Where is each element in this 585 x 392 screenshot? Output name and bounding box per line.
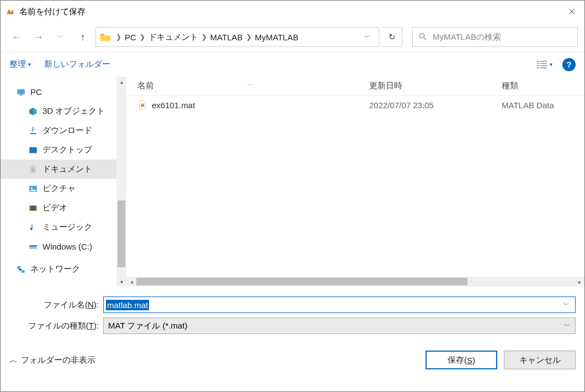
svg-point-0 xyxy=(420,33,424,38)
sort-asc-icon: ︿ xyxy=(248,80,253,88)
breadcrumb-mymatlab[interactable]: MyMATLAB xyxy=(253,33,301,42)
svg-rect-9 xyxy=(29,205,30,210)
tree-pc[interactable]: PC xyxy=(1,82,116,102)
svg-rect-10 xyxy=(36,205,37,210)
file-row[interactable]: ex6101.mat 2022/07/07 23:05 MATLAB Data xyxy=(126,96,584,114)
desktop-icon xyxy=(28,145,38,155)
chevron-up-icon: ︿ xyxy=(9,355,18,365)
address-bar[interactable]: ❯ PC ❯ ドキュメント ❯ MATLAB ❯ MyMATLAB ﹀ xyxy=(95,27,379,47)
cube-icon xyxy=(28,107,38,116)
filetype-dropdown-icon[interactable]: ﹀ xyxy=(564,321,571,331)
breadcrumb-sep: ❯ xyxy=(115,33,123,41)
window-title: 名前を付けて保存 xyxy=(19,7,559,17)
column-headers[interactable]: 名前 ︿ 更新日時 種類 xyxy=(126,77,584,96)
search-placeholder: MyMATLABの検索 xyxy=(433,32,501,43)
tree-documents[interactable]: ドキュメント xyxy=(1,160,116,179)
svg-rect-4 xyxy=(29,147,36,152)
video-icon xyxy=(28,203,38,213)
filename-input[interactable]: matlab.mat ﹀ xyxy=(103,296,576,313)
svg-rect-12 xyxy=(29,245,36,246)
filename-label: ファイル名(N): xyxy=(9,300,103,310)
tree-3d-objects[interactable]: 3D オブジェクト xyxy=(1,102,116,121)
refresh-button[interactable]: ↻ xyxy=(382,27,402,47)
nav-recent-dropdown[interactable]: ﹀ xyxy=(51,28,70,46)
new-folder-button[interactable]: 新しいフォルダー xyxy=(44,59,110,70)
scroll-down-icon[interactable]: ▾ xyxy=(116,277,126,287)
breadcrumb-matlab[interactable]: MATLAB xyxy=(208,33,245,42)
breadcrumb-pc[interactable]: PC xyxy=(123,33,139,42)
nav-up-button[interactable]: ↑ xyxy=(73,28,92,46)
music-icon xyxy=(28,223,38,232)
nav-tree[interactable]: PC 3D オブジェクト ダウンロード デスクトップ ドキュメント ピクチャ ビ… xyxy=(1,77,116,287)
tree-desktop[interactable]: デスクトップ xyxy=(1,140,116,160)
tree-network[interactable]: ネットワーク xyxy=(1,259,116,279)
scroll-right-icon[interactable]: ▸ xyxy=(575,277,584,287)
drive-icon xyxy=(28,242,38,252)
file-hscrollbar[interactable]: ◂ ▸ xyxy=(126,277,584,287)
file-date: 2022/07/07 23:05 xyxy=(369,100,502,110)
filetype-select[interactable]: MAT ファイル (*.mat) ﹀ xyxy=(103,317,576,334)
svg-rect-5 xyxy=(29,152,36,153)
cancel-button[interactable]: キャンセル xyxy=(504,351,576,369)
filetype-label: ファイルの種類(T): xyxy=(9,321,103,331)
tree-music[interactable]: ミュージック xyxy=(1,218,116,237)
filename-value: matlab.mat xyxy=(106,300,149,310)
nav-back-button[interactable]: ← xyxy=(7,28,26,46)
hide-folders-toggle[interactable]: ︿ フォルダーの非表示 xyxy=(9,355,95,365)
save-button[interactable]: 保存(S) xyxy=(426,351,497,369)
svg-rect-3 xyxy=(30,133,36,134)
download-icon xyxy=(28,126,38,136)
close-button[interactable] xyxy=(559,1,584,23)
svg-rect-1 xyxy=(17,89,25,94)
tree-videos[interactable]: ビデオ xyxy=(1,198,116,218)
pc-icon xyxy=(16,87,26,97)
organize-menu[interactable]: 整理▾ xyxy=(9,59,31,70)
tree-pictures[interactable]: ピクチャ xyxy=(1,179,116,198)
search-icon xyxy=(418,32,427,43)
col-date[interactable]: 更新日時 xyxy=(369,81,502,91)
address-dropdown-icon[interactable]: ﹀ xyxy=(359,33,376,42)
filetype-value: MAT ファイル (*.mat) xyxy=(108,321,188,331)
nav-forward-button[interactable]: → xyxy=(29,28,48,46)
folder-icon xyxy=(99,31,111,43)
mat-file-icon xyxy=(137,100,147,110)
view-mode-menu[interactable]: ▾ xyxy=(536,60,552,69)
tree-downloads[interactable]: ダウンロード xyxy=(1,121,116,140)
col-name[interactable]: 名前 ︿ xyxy=(126,81,369,91)
app-icon xyxy=(5,7,15,17)
tree-scrollbar[interactable]: ▴ ▾ xyxy=(116,77,126,287)
svg-rect-2 xyxy=(19,94,23,96)
scroll-left-icon[interactable]: ◂ xyxy=(126,277,136,287)
search-input[interactable]: MyMATLABの検索 xyxy=(412,27,578,47)
file-type: MATLAB Data xyxy=(502,100,554,110)
svg-point-7 xyxy=(31,187,33,189)
scroll-up-icon[interactable]: ▴ xyxy=(116,77,126,87)
network-icon xyxy=(16,264,26,274)
svg-rect-13 xyxy=(17,266,20,269)
svg-rect-14 xyxy=(22,270,25,273)
breadcrumb-documents[interactable]: ドキュメント xyxy=(146,32,200,43)
file-name: ex6101.mat xyxy=(152,100,195,110)
col-type[interactable]: 種類 xyxy=(502,81,518,91)
filename-dropdown-icon[interactable]: ﹀ xyxy=(563,300,573,310)
help-button[interactable]: ? xyxy=(562,58,576,71)
pictures-icon xyxy=(28,184,38,194)
tree-drive-c[interactable]: Windows (C:) xyxy=(1,237,116,256)
document-icon xyxy=(28,165,38,174)
